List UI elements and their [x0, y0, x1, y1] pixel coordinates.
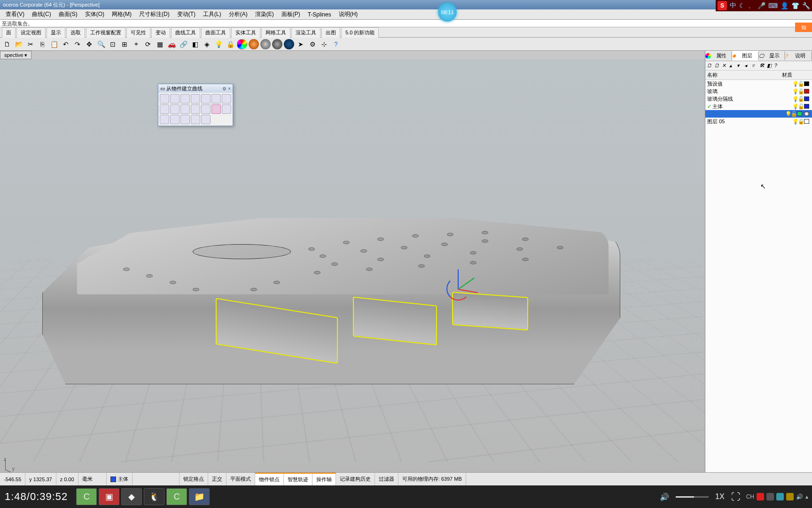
gear-small-icon[interactable]: ⚙	[222, 86, 226, 91]
tool-icon[interactable]	[211, 94, 221, 103]
visibility-icon[interactable]: 💡	[792, 103, 797, 110]
mic-icon[interactable]: 🎤	[757, 2, 765, 9]
color-icon[interactable]	[237, 39, 247, 49]
tool-icon[interactable]	[222, 94, 231, 103]
tray-sogou-icon[interactable]	[757, 493, 764, 500]
sphere4-icon[interactable]	[284, 39, 294, 49]
ime-bar[interactable]: S 中 ☾ 、 🎤 ⌨ 👤 👕 🔧	[716, 0, 812, 11]
status-smarttrack[interactable]: 智慧轨迹	[284, 473, 312, 485]
color-swatch[interactable]	[804, 96, 809, 101]
cut-icon[interactable]: ✂	[25, 39, 36, 49]
tab-curvetools[interactable]: 曲线工具	[171, 27, 200, 38]
close-icon[interactable]: ×	[228, 86, 231, 91]
status-history[interactable]: 记录建构历史	[336, 473, 375, 485]
tray-expand-icon[interactable]: ▴	[805, 493, 808, 500]
tray-icon[interactable]	[766, 493, 774, 500]
zoom-icon[interactable]: 🔍	[96, 39, 106, 49]
app-camtasia[interactable]: C	[76, 488, 97, 505]
new-icon[interactable]: 🗋	[2, 39, 12, 49]
tool-icon[interactable]	[160, 104, 169, 114]
layer-row-selected[interactable]: 💡🔓	[705, 110, 812, 118]
new-layer-icon[interactable]: 🗋	[707, 63, 713, 69]
orange-badge[interactable]: 知	[795, 23, 812, 32]
lock-icon[interactable]: 🔓	[798, 103, 803, 110]
ime-lang[interactable]: 中	[730, 1, 736, 10]
tab-select[interactable]: 选取	[66, 27, 85, 38]
float-panel-header[interactable]: ▭从物件建立曲线 ⚙ ×	[158, 84, 233, 93]
status-filter[interactable]: 过滤器	[375, 473, 398, 485]
tool-icon[interactable]	[201, 94, 211, 103]
grid-icon[interactable]: ▦	[155, 39, 165, 49]
tool-icon[interactable]	[201, 115, 211, 124]
tab-display[interactable]: 🖵显示	[759, 51, 786, 61]
menu-tools[interactable]: 工具(L)	[199, 9, 225, 19]
volume-slider[interactable]	[676, 496, 709, 498]
volume-icon[interactable]: 🔊	[660, 492, 669, 501]
layer-row[interactable]: 预设值💡🔓	[705, 80, 812, 87]
wrench-icon[interactable]: 🔧	[802, 2, 810, 9]
visibility-icon[interactable]: 💡	[792, 96, 797, 102]
app-explorer[interactable]: 📁	[189, 488, 210, 505]
tool-icon[interactable]	[191, 104, 200, 114]
filter-icon[interactable]: ▿	[752, 63, 758, 69]
curve-from-object-panel[interactable]: ▭从物件建立曲线 ⚙ ×	[158, 84, 233, 126]
tab-surfacetools[interactable]: 曲面工具	[201, 27, 230, 38]
tab-setview[interactable]: 设定视图	[16, 27, 46, 38]
visibility-icon[interactable]: 💡	[792, 88, 797, 95]
status-layer[interactable]: 主体	[107, 473, 133, 485]
tab-solidtools[interactable]: 实体工具	[231, 27, 260, 38]
menu-curve[interactable]: 曲线(C)	[28, 9, 55, 19]
menu-analysis[interactable]: 分析(A)	[225, 9, 251, 19]
lock-icon[interactable]: 🔓	[798, 96, 803, 102]
rotate-view-icon[interactable]: ⟳	[143, 39, 153, 49]
visibility-icon[interactable]: 💡	[792, 119, 797, 125]
tool-icon[interactable]	[191, 94, 200, 103]
speed-label[interactable]: 1X	[715, 492, 725, 501]
sphere3-icon[interactable]	[272, 39, 282, 49]
color-swatch[interactable]	[804, 81, 809, 86]
tool-icon[interactable]	[180, 115, 190, 124]
tab-rendertools[interactable]: 渲染工具	[291, 27, 320, 38]
gumball-manipulator[interactable]	[437, 268, 479, 310]
tool-icon[interactable]	[170, 115, 180, 124]
zoom-window-icon[interactable]: ⊡	[108, 39, 118, 49]
move-icon[interactable]: ✥	[84, 39, 94, 49]
tray-icon[interactable]	[776, 493, 784, 500]
cursor-icon[interactable]: ➤	[296, 39, 306, 49]
menu-tsplines[interactable]: T-Splines	[304, 10, 335, 19]
fullscreen-exit-icon[interactable]: ⛶	[731, 492, 741, 502]
menu-help[interactable]: 说明(H)	[335, 9, 362, 19]
lock-icon[interactable]: 🔒	[225, 39, 235, 49]
sphere1-icon[interactable]	[249, 39, 259, 49]
menu-render[interactable]: 渲染(E)	[251, 9, 278, 19]
tray-volume-icon[interactable]: 🔊	[796, 493, 803, 500]
snap-icon[interactable]: ⊹	[319, 39, 329, 49]
sphere2-icon[interactable]	[260, 39, 271, 49]
tools-icon[interactable]: 🛠	[759, 63, 766, 69]
tab-properties[interactable]: 属性	[705, 51, 732, 61]
status-ortho[interactable]: 正交	[208, 473, 226, 485]
menu-panel[interactable]: 面板(P)	[278, 9, 304, 19]
tab-drafting[interactable]: 出图	[321, 27, 340, 38]
tool-icon[interactable]	[201, 104, 211, 114]
tool-icon[interactable]	[160, 115, 169, 124]
keyboard-icon[interactable]: ⌨	[768, 2, 778, 9]
tool-icon[interactable]	[180, 104, 190, 114]
menu-solid[interactable]: 实体(O)	[81, 9, 108, 19]
user-icon[interactable]: 👤	[781, 2, 789, 9]
delete-layer-icon[interactable]: ✕	[722, 63, 728, 69]
tool-icon[interactable]	[170, 104, 180, 114]
redo-icon[interactable]: ↷	[72, 39, 83, 49]
light-icon[interactable]: 💡	[213, 39, 224, 49]
tool-icon-selected[interactable]	[211, 104, 221, 114]
cplane-icon[interactable]: ◧	[190, 39, 200, 49]
tab-meshtools[interactable]: 网格工具	[261, 27, 290, 38]
tab-display[interactable]: 显示	[47, 27, 65, 38]
menu-view[interactable]: 查看(V)	[2, 9, 28, 19]
app-camtasia2[interactable]: C	[166, 488, 187, 505]
car-icon[interactable]: 🚗	[166, 39, 177, 49]
menu-mesh[interactable]: 网格(M)	[108, 9, 135, 19]
tray-lang[interactable]: CH	[746, 493, 754, 500]
menu-dimension[interactable]: 尺寸标注(D)	[135, 9, 173, 19]
app-qq[interactable]: 🐧	[144, 488, 164, 505]
